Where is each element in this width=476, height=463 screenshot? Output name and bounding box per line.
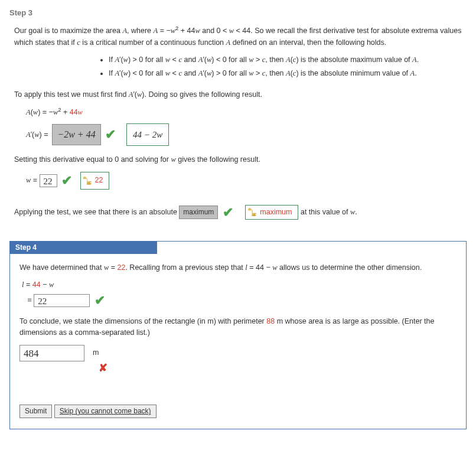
derivative-correct-answer: 44 − 2w (126, 123, 169, 146)
step4-header: Step 4 (9, 241, 157, 254)
w-input[interactable]: 22 (40, 174, 57, 187)
cross-icon: ✘ (99, 360, 107, 377)
check-icon: ✔ (105, 128, 116, 141)
apply-test-result: Applying the test, we see that there is … (14, 205, 462, 220)
w-correct-answer: 22 (80, 172, 110, 190)
equation-A: A(w) = −w2 + 44w (26, 105, 448, 120)
extremum-user-answer: maximum (179, 206, 218, 219)
extremum-correct-answer: maximum (245, 205, 298, 220)
step3-intro: Our goal is to maximize the area A, wher… (14, 24, 462, 48)
step4-panel: Step 4 We have determined that w = 22. R… (9, 241, 467, 429)
dimensions-input[interactable]: 484 (19, 345, 84, 361)
derivative-test-rules: If A′(w) > 0 for all w < c and A′(w) < 0… (109, 54, 462, 80)
check-icon: ✔ (94, 294, 105, 307)
derivative-user-answer: −2w + 44 (52, 124, 100, 145)
skip-button[interactable]: Skip (you cannot come back) (54, 405, 157, 418)
rule-max: If A′(w) > 0 for all w < c and A′(w) < 0… (109, 54, 462, 66)
apply-test-line: To apply this test we must first find A′… (14, 89, 462, 100)
setting-derivative-line: Setting this derivative equal to 0 and s… (14, 154, 462, 165)
equation-l-line2: = 22 ✔ (22, 294, 442, 308)
check-icon: ✔ (61, 174, 72, 187)
conclude-line: To conclude, we state the dimensions of … (19, 316, 457, 339)
l-input[interactable]: 22 (34, 294, 90, 307)
unit-label: m (93, 348, 99, 357)
submit-button[interactable]: Submit (19, 405, 52, 418)
step3-header: Step 3 (9, 8, 467, 17)
rule-min: If A′(w) < 0 for all w < c and A′(w) > 0… (109, 68, 462, 79)
equation-A-prime: A′(w) = −2w + 44 ✔ 44 − 2w (26, 123, 448, 146)
step4-intro: We have determined that w = 22. Recallin… (19, 262, 457, 273)
check-icon: ✔ (223, 206, 233, 219)
equation-l-line1: l = 44 − w (22, 278, 442, 292)
